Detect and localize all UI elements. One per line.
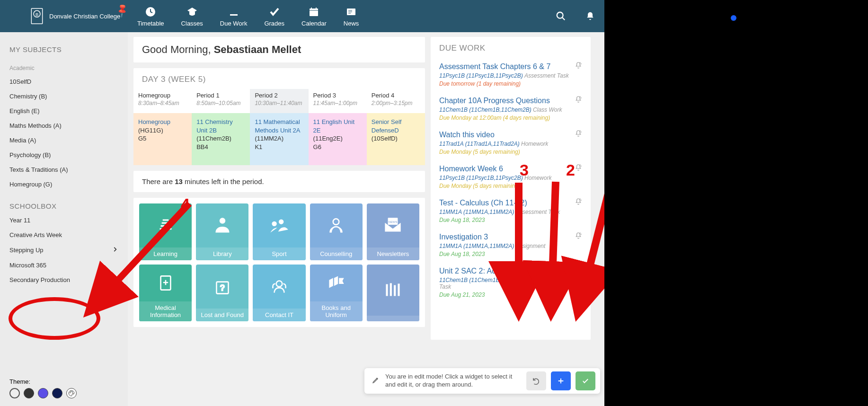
due-item-title: Investigation 3 — [439, 233, 573, 241]
tiles-card: LearningLibrarySportCounsellingNEWSNewsl… — [133, 198, 425, 327]
tile-label: Newsletters — [367, 247, 419, 260]
bell-icon[interactable] — [585, 10, 596, 22]
tile-icon — [139, 203, 192, 247]
tile-music[interactable] — [367, 265, 419, 321]
due-work-item[interactable]: Chapter 10A Progress Questions11Chem1B (… — [439, 93, 582, 127]
sidebar-subject-item[interactable]: Homegroup (G) — [0, 177, 128, 192]
sidebar-link-item[interactable]: Secondary Production — [0, 273, 128, 287]
due-item-class: 11Psyc1B (11Psyc1B,11Psyc2B) — [439, 72, 523, 79]
edit-confirm-button[interactable] — [576, 371, 595, 390]
svg-point-6 — [557, 12, 563, 18]
tile-library[interactable]: Library — [196, 203, 248, 260]
edit-mode-bar: You are in edit mode! Click a widget to … — [364, 368, 600, 394]
due-work-item[interactable]: Test - Calculus (Ch 11-12)11MM1A (11MM1A… — [439, 195, 582, 229]
tile-icon — [310, 265, 363, 301]
due-work-item[interactable]: Watch this video11Trad1A (11Trad1A,11Tra… — [439, 127, 582, 161]
timetable-period-header: Period 311:45am–1:00pm — [309, 89, 367, 113]
theme-picker: Theme: — [9, 378, 77, 398]
reminder-bell-icon[interactable] — [575, 232, 582, 241]
sidebar-subject-item[interactable]: Media (A) — [0, 133, 128, 148]
svg-rect-21 — [386, 284, 388, 296]
sidebar: MY SUBJECTS Academic 10SelfDChemistry (B… — [0, 32, 128, 406]
due-item-title: Watch this video — [439, 131, 573, 139]
tile-newsletters[interactable]: NEWSNewsletters — [367, 203, 419, 260]
download-icon — [228, 6, 240, 18]
theme-light[interactable] — [9, 388, 20, 398]
theme-purple[interactable] — [38, 388, 48, 398]
svg-point-9 — [72, 391, 72, 392]
theme-navy[interactable] — [52, 388, 62, 398]
tile-contact-it[interactable]: Contact IT — [253, 265, 305, 321]
due-item-when: Due tomorrow (1 day remaining) — [439, 80, 573, 87]
due-item-title: Homework Week 6 — [439, 165, 573, 173]
edit-undo-button[interactable] — [526, 371, 546, 390]
theme-custom[interactable] — [66, 388, 77, 398]
due-work-item[interactable]: Assessment Task Chapters 6 & 711Psyc1B (… — [439, 59, 582, 93]
tile-sport[interactable]: Sport — [253, 203, 305, 260]
greeting-prefix: Good Morning, — [142, 44, 214, 55]
theme-dark[interactable] — [24, 388, 34, 398]
sidebar-subject-item[interactable]: Psychology (B) — [0, 148, 128, 162]
reminder-bell-icon[interactable] — [575, 130, 582, 139]
nav-timetable[interactable]: Timetable — [137, 6, 164, 27]
timetable-column: Period 311:45am–1:00pm11 English Unit 2E… — [309, 89, 367, 165]
tile-icon — [253, 265, 305, 309]
timetable-cell[interactable]: Homegroup(HG11G)G5 — [133, 113, 192, 165]
timetable-cell[interactable]: Senior Self DefenseD(10SelfD) — [367, 113, 425, 165]
reminder-bell-icon[interactable] — [575, 164, 582, 173]
due-work-item[interactable]: Homework Week 611Psyc1B (11Psyc1B,11Psyc… — [439, 161, 582, 195]
tile-counselling[interactable]: Counselling — [310, 203, 363, 260]
tile-learning[interactable]: Learning — [139, 203, 192, 260]
tile-label: Lost and Found — [196, 309, 248, 321]
due-item-class: 11MM1A (11MM1A,11MM2A) — [439, 209, 514, 215]
sidebar-subject-item[interactable]: Maths Methods (A) — [0, 118, 128, 133]
brand[interactable]: B Donvale Christian College — [0, 6, 128, 26]
svg-text:NEWS: NEWS — [389, 220, 398, 223]
tile-books-and-uniform[interactable]: Books and Uniform — [310, 265, 363, 321]
nav-classes[interactable]: Classes — [181, 6, 203, 27]
timetable-period-header: Period 42:00pm–3:15pm — [367, 89, 425, 113]
due-work-item[interactable]: Investigation 311MM1A (11MM1A,11MM2A) As… — [439, 229, 582, 263]
due-item-title: Test - Calculus (Ch 11-12) — [439, 199, 573, 207]
edit-add-button[interactable] — [551, 371, 571, 390]
reminder-bell-icon[interactable] — [575, 266, 582, 275]
search-icon[interactable] — [555, 10, 567, 22]
due-item-type: Class Work — [533, 106, 562, 113]
svg-rect-4 — [310, 9, 318, 16]
due-item-class: 11Trad1A (11Trad1A,11Trad2A) — [439, 141, 520, 147]
sidebar-subject-item[interactable]: Chemistry (B) — [0, 89, 128, 104]
news-icon — [345, 6, 357, 18]
timetable-cell[interactable]: 11 English Unit 2E(11Eng2E)G6 — [309, 113, 367, 165]
sidebar-subject-item[interactable]: 10SelfD — [0, 74, 128, 89]
sidebar-subject-item[interactable]: Texts & Traditions (A) — [0, 162, 128, 177]
svg-point-11 — [220, 218, 226, 224]
reminder-bell-icon[interactable] — [575, 96, 582, 105]
due-item-when: Due Aug 18, 2023 — [439, 217, 573, 223]
sidebar-link-item[interactable]: Stepping Up — [0, 242, 128, 258]
sidebar-link-item[interactable]: Year 11 — [0, 213, 128, 228]
tile-lost-and-found[interactable]: ?Lost and Found — [196, 265, 248, 321]
reminder-bell-icon[interactable] — [575, 198, 582, 207]
due-item-type: Assessment Task — [524, 72, 569, 79]
due-item-when: Due Aug 21, 2023 — [439, 291, 573, 298]
tile-medical-information[interactable]: Medical Information — [139, 265, 192, 321]
timetable-cell[interactable]: 11 Mathematical Methods Unit 2A(11MM2A)K… — [250, 113, 308, 165]
nav-news[interactable]: News — [344, 6, 359, 27]
sidebar-subject-item[interactable]: English (E) — [0, 104, 128, 118]
due-item-type: Assignment — [516, 243, 546, 249]
chevron-right-icon — [112, 246, 118, 254]
reminder-bell-icon[interactable] — [575, 62, 582, 71]
svg-point-14 — [333, 219, 339, 225]
svg-rect-23 — [394, 285, 396, 296]
nav-grades[interactable]: Grades — [264, 6, 284, 27]
due-work-item[interactable]: Unit 2 SAC 2: Acids and Bases11Chem1B (1… — [439, 263, 582, 304]
sidebar-link-item[interactable]: Microsoft 365 — [0, 258, 128, 273]
nav-calendar[interactable]: Calendar — [301, 6, 327, 27]
sidebar-link-item[interactable]: Creative Arts Week — [0, 228, 128, 242]
svg-point-12 — [272, 221, 276, 226]
nav-due-work[interactable]: Due Work — [220, 6, 248, 27]
due-item-when: Due Monday (5 days remaining) — [439, 183, 573, 189]
greeting-card: Good Morning, Sebastiaan Mellet — [133, 37, 425, 62]
tile-label — [367, 316, 419, 321]
timetable-cell[interactable]: 11 Chemistry Unit 2B(11Chem2B)BB4 — [192, 113, 250, 165]
